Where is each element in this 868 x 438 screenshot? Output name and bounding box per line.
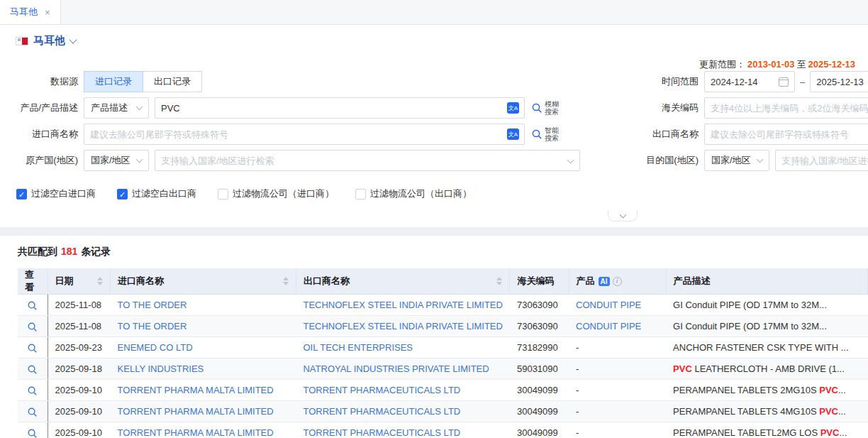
- update-range-to-word: 至: [797, 59, 806, 70]
- importer-link[interactable]: TORRENT PHARMA MALTA LIMITED: [118, 427, 274, 438]
- highlight-keyword: PVC: [673, 363, 692, 374]
- tab-export-records[interactable]: 出口记录: [143, 71, 202, 92]
- product-type-select[interactable]: 产品描述: [84, 97, 149, 119]
- hs-code-cell: 59031090: [510, 358, 569, 380]
- column-header-exporter[interactable]: 出口商名称: [296, 268, 509, 295]
- column-header-date[interactable]: 日期: [48, 268, 111, 295]
- importer-link[interactable]: TO THE ORDER: [118, 300, 187, 310]
- search-icon: [531, 128, 542, 140]
- checkbox-filter-logistics-importer[interactable]: 过滤物流公司（进口商）: [218, 187, 334, 200]
- product-input[interactable]: [155, 97, 525, 119]
- view-search-icon[interactable]: [27, 385, 38, 396]
- translate-icon[interactable]: 文A: [507, 102, 519, 114]
- table-row[interactable]: 2025-11-08 TO THE ORDER TECHNOFLEX STEEL…: [18, 295, 868, 316]
- ai-badge: AI: [599, 277, 610, 286]
- destination-country-row: 目的国(地区) 国家/地区: [642, 150, 868, 171]
- table-row[interactable]: 2025-09-23 ENEMED CO LTD OIL TECH ENTERP…: [18, 337, 868, 358]
- results-panel: 共匹配到181条记录 查看 日期 进口商名称 出口商名称 海关编码 产品AIi …: [0, 236, 868, 438]
- summary-suffix: 条记录: [81, 246, 111, 257]
- highlight-keyword: PVC: [819, 385, 838, 395]
- view-search-icon[interactable]: [27, 322, 38, 332]
- caret-up-icon: [496, 277, 502, 280]
- origin-country-input[interactable]: [155, 150, 580, 171]
- importer-link[interactable]: KELLY INDUSTRIES: [118, 363, 204, 374]
- table-row[interactable]: 2025-09-10 TORRENT PHARMA MALTA LIMITED …: [18, 422, 868, 438]
- date-to-wrap: [810, 71, 868, 92]
- sort-icons[interactable]: [277, 277, 289, 285]
- exporter-link[interactable]: NATROYAL INDUSTRIES PRIVATE LIMITED: [303, 363, 489, 374]
- checkbox-filter-blank-exporter[interactable]: 过滤空白出口商: [117, 187, 196, 200]
- importer-link[interactable]: ENEMED CO LTD: [118, 342, 193, 353]
- summary-prefix: 共匹配到: [18, 246, 57, 257]
- sort-icons[interactable]: [91, 277, 103, 285]
- date-cell: 2025-09-10: [48, 401, 111, 422]
- tab-bar: 马耳他 ×: [0, 0, 868, 25]
- exporter-link[interactable]: TECHNOFLEX STEEL INDIA PRIVATE LIMITED: [303, 300, 502, 310]
- destination-type-select[interactable]: 国家/地区: [704, 150, 769, 171]
- exporter-link[interactable]: TORRENT PHARMACEUTICALS LTD: [303, 406, 460, 417]
- smart-search-button[interactable]: 智能搜索: [531, 126, 559, 142]
- tab-malta[interactable]: 马耳他 ×: [0, 0, 61, 24]
- info-icon[interactable]: i: [613, 277, 622, 286]
- page-header: 马耳他: [0, 25, 868, 54]
- view-cell: [18, 316, 48, 337]
- product-tag[interactable]: CONDUIT PIPE: [576, 300, 641, 310]
- view-cell: [18, 422, 48, 438]
- importer-link[interactable]: TORRENT PHARMA MALTA LIMITED: [118, 406, 274, 417]
- origin-input-wrap: [155, 150, 580, 171]
- table-row[interactable]: 2025-09-18 KELLY INDUSTRIES NATROYAL IND…: [18, 358, 868, 380]
- exporter-link[interactable]: OIL TECH ENTERPRISES: [303, 342, 413, 353]
- date-cell: 2025-09-23: [48, 337, 111, 358]
- view-search-icon[interactable]: [27, 300, 38, 311]
- view-search-icon[interactable]: [27, 428, 38, 438]
- date-to-input[interactable]: [810, 71, 868, 92]
- importer-label: 进口商名称: [0, 128, 78, 141]
- product-input-wrap: 文A: [155, 97, 525, 119]
- tab-import-records[interactable]: 进口记录: [84, 71, 143, 92]
- chevron-down-icon[interactable]: [69, 35, 77, 43]
- desc-cell: PERAMPANEL TABLETS 2MG10S PVC...: [666, 380, 867, 401]
- close-icon[interactable]: ×: [45, 8, 50, 17]
- results-count: 181: [61, 246, 77, 257]
- exporter-link[interactable]: TORRENT PHARMACEUTICALS LTD: [303, 427, 460, 438]
- hs-code-input[interactable]: [704, 97, 868, 119]
- collapse-filters-button[interactable]: [608, 210, 638, 221]
- hs-code-label: 海关编码: [642, 102, 699, 114]
- importer-link[interactable]: TO THE ORDER: [118, 321, 187, 332]
- table-row[interactable]: 2025-11-08 TO THE ORDER TECHNOFLEX STEEL…: [18, 316, 868, 337]
- app-root: 马耳他 × 马耳他 更新范围：2013-01-03至2025-12-13 数据源…: [0, 0, 868, 438]
- results-table: 查看 日期 进口商名称 出口商名称 海关编码 产品AIi 产品描述 2025-1…: [18, 268, 868, 438]
- exporter-link[interactable]: TORRENT PHARMACEUTICALS LTD: [303, 385, 460, 395]
- exporter-row: 出口商名称: [642, 124, 868, 145]
- hs-code-cell: 30049099: [510, 422, 569, 438]
- column-header-importer[interactable]: 进口商名称: [111, 268, 296, 295]
- importer-input-wrap: 文A: [84, 124, 525, 145]
- view-search-icon[interactable]: [27, 364, 38, 375]
- table-row[interactable]: 2025-09-10 TORRENT PHARMA MALTA LIMITED …: [18, 380, 868, 401]
- hs-code-cell: 73182990: [510, 337, 569, 358]
- tab-label: 马耳他: [10, 6, 38, 18]
- sort-icons[interactable]: [491, 277, 502, 285]
- data-source-segmented: 进口记录 出口记录: [84, 71, 202, 92]
- importer-link[interactable]: TORRENT PHARMA MALTA LIMITED: [118, 385, 274, 395]
- hs-code-cell: 73063090: [510, 295, 569, 316]
- fuzzy-search-button[interactable]: 模糊搜索: [531, 100, 559, 116]
- checkbox-filter-logistics-exporter[interactable]: 过滤物流公司（出口商）: [355, 187, 472, 200]
- translate-icon[interactable]: 文A: [507, 128, 519, 140]
- product-tag[interactable]: CONDUIT PIPE: [576, 321, 641, 332]
- exporter-input[interactable]: [704, 124, 868, 145]
- desc-cell: GI Conduit PIPE (OD 17MM to 32M...: [666, 295, 867, 316]
- exporter-link[interactable]: TECHNOFLEX STEEL INDIA PRIVATE LIMITED: [303, 321, 502, 332]
- product-tag: -: [576, 385, 579, 395]
- caret-up-icon: [97, 277, 103, 280]
- caret-down-icon: [97, 282, 103, 285]
- view-search-icon[interactable]: [27, 407, 38, 417]
- update-range-label: 更新范围：: [699, 59, 745, 70]
- origin-type-select[interactable]: 国家/地区: [84, 150, 149, 171]
- importer-input[interactable]: [84, 124, 525, 145]
- destination-country-input[interactable]: [775, 150, 868, 171]
- view-search-icon[interactable]: [27, 343, 38, 354]
- table-row[interactable]: 2025-09-10 TORRENT PHARMA MALTA LIMITED …: [18, 401, 868, 422]
- table-header-row: 查看 日期 进口商名称 出口商名称 海关编码 产品AIi 产品描述: [18, 268, 868, 295]
- checkbox-filter-blank-importer[interactable]: 过滤空白进口商: [16, 187, 96, 200]
